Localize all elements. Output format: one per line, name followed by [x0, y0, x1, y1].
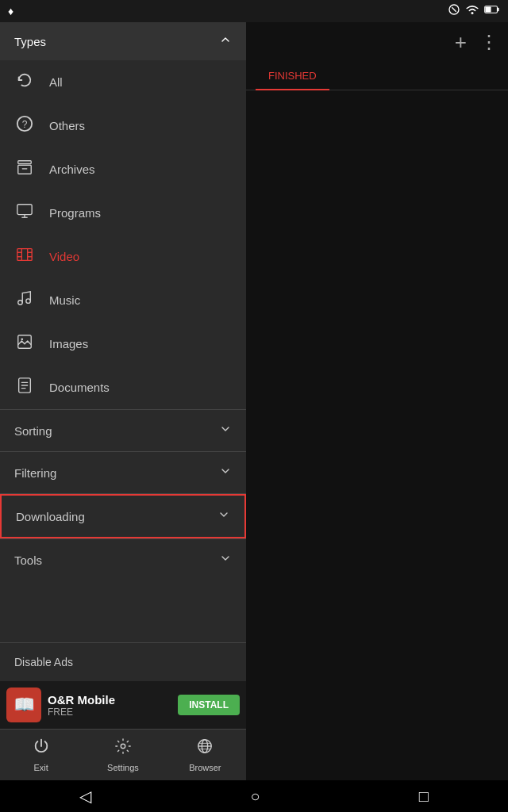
app-icon: ♦	[8, 5, 13, 17]
images-label: Images	[49, 337, 88, 350]
exit-button[interactable]: Exit	[0, 730, 82, 780]
sorting-row[interactable]: Sorting	[0, 410, 246, 451]
wifi-icon	[465, 4, 479, 18]
sidebar-item-documents[interactable]: Documents	[0, 366, 246, 409]
main-content: + ⋮ FINISHED	[246, 22, 508, 780]
svg-point-22	[26, 299, 31, 304]
ad-book-icon: 📖	[6, 688, 41, 722]
refresh-icon	[14, 71, 35, 93]
music-label: Music	[49, 293, 80, 307]
types-header[interactable]: Types	[0, 22, 246, 60]
svg-rect-9	[18, 165, 32, 174]
svg-rect-14	[17, 249, 32, 261]
sidebar-item-music[interactable]: Music	[0, 278, 246, 322]
status-bar-left: ♦	[8, 5, 18, 17]
tab-bar: FINISHED	[246, 62, 508, 90]
archives-icon	[14, 159, 35, 180]
svg-line-1	[452, 7, 456, 11]
content-toolbar: + ⋮	[246, 22, 508, 62]
archives-label: Archives	[49, 163, 95, 176]
browser-button[interactable]: Browser	[164, 730, 246, 780]
svg-point-2	[471, 12, 474, 14]
globe-icon	[196, 737, 214, 760]
finished-tab[interactable]: FINISHED	[256, 62, 329, 90]
others-label: Others	[49, 119, 85, 132]
content-body	[246, 90, 508, 780]
sorting-label: Sorting	[14, 424, 52, 438]
programs-label: Programs	[49, 206, 101, 220]
svg-point-21	[18, 301, 23, 305]
all-label: All	[49, 75, 63, 89]
tools-row[interactable]: Tools	[0, 539, 246, 580]
svg-rect-8	[18, 161, 32, 164]
main-layout: Types All ?	[0, 22, 508, 780]
sidebar-item-images[interactable]: Images	[0, 322, 246, 366]
add-icon[interactable]: +	[455, 30, 467, 55]
recents-button[interactable]: □	[419, 787, 429, 806]
svg-point-29	[121, 744, 125, 749]
battery-icon	[484, 4, 500, 18]
filtering-chevron-icon	[219, 465, 232, 481]
android-nav-bar: ◁ ○ □	[0, 780, 508, 812]
filtering-label: Filtering	[14, 466, 56, 480]
sidebar-item-all[interactable]: All	[0, 60, 246, 104]
others-icon: ?	[14, 115, 35, 136]
overflow-menu-icon[interactable]: ⋮	[479, 31, 498, 53]
sidebar: Types All ?	[0, 22, 246, 780]
ad-title: O&R Mobile	[48, 693, 171, 707]
status-bar-right	[448, 3, 500, 19]
music-icon	[14, 289, 35, 311]
ad-text-block: O&R Mobile FREE	[48, 693, 171, 718]
types-chevron-up-icon	[219, 33, 232, 49]
sidebar-item-archives[interactable]: Archives	[0, 147, 246, 191]
filtering-row[interactable]: Filtering	[0, 452, 246, 493]
tools-chevron-icon	[219, 552, 232, 568]
tools-label: Tools	[14, 553, 42, 567]
svg-point-24	[21, 338, 23, 340]
ad-install-button[interactable]: INSTALL	[178, 695, 240, 715]
documents-label: Documents	[49, 381, 110, 394]
disable-ads-label: Disable Ads	[14, 656, 73, 668]
documents-icon	[14, 377, 35, 398]
ad-subtitle: FREE	[48, 707, 171, 718]
browser-label: Browser	[189, 763, 221, 772]
gear-icon	[114, 737, 132, 760]
svg-rect-4	[485, 6, 491, 12]
ad-banner[interactable]: 📖 O&R Mobile FREE INSTALL	[0, 681, 246, 729]
settings-label: Settings	[107, 763, 139, 772]
settings-button[interactable]: Settings	[82, 730, 164, 780]
sidebar-spacer	[0, 580, 246, 642]
svg-text:?: ?	[22, 119, 28, 130]
home-button[interactable]: ○	[250, 787, 260, 806]
mute-icon	[448, 3, 460, 19]
sidebar-item-video[interactable]: Video	[0, 235, 246, 278]
status-bar: ♦	[0, 0, 508, 22]
downloading-label: Downloading	[16, 510, 85, 523]
power-icon	[33, 737, 50, 760]
video-icon	[14, 246, 35, 267]
sidebar-item-programs[interactable]: Programs	[0, 191, 246, 235]
sidebar-item-others[interactable]: ? Others	[0, 104, 246, 147]
svg-rect-23	[18, 335, 32, 349]
exit-label: Exit	[33, 763, 48, 772]
images-icon	[14, 333, 35, 354]
downloading-chevron-icon	[217, 508, 230, 524]
svg-rect-11	[17, 205, 32, 215]
back-button[interactable]: ◁	[79, 787, 91, 806]
sorting-chevron-icon	[219, 423, 232, 439]
svg-rect-5	[497, 8, 498, 11]
disable-ads-button[interactable]: Disable Ads	[0, 643, 246, 681]
downloading-row[interactable]: Downloading	[0, 494, 246, 538]
programs-icon	[14, 202, 35, 224]
bottom-nav: Exit Settings	[0, 729, 246, 780]
video-label: Video	[49, 250, 79, 263]
types-label: Types	[14, 35, 46, 48]
